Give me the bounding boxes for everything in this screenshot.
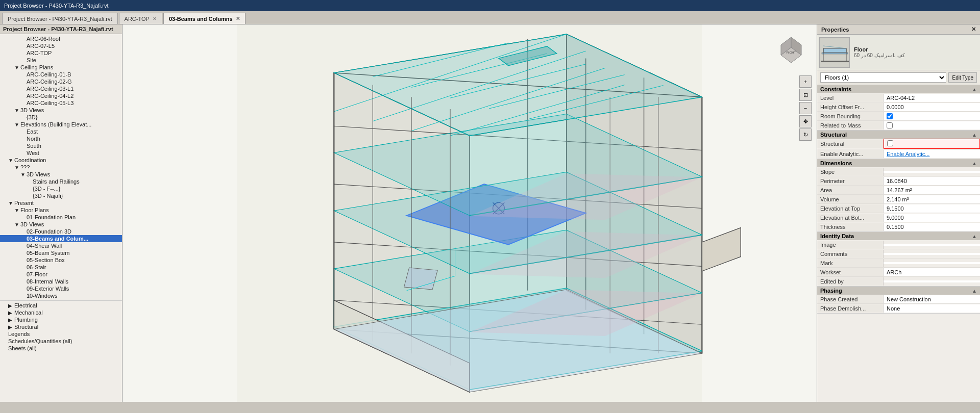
tree-item-05-beam-system[interactable]: 05-Beam System [0, 249, 122, 256]
tab-close-arc-top[interactable]: ✕ [153, 16, 157, 21]
prop-label-elevation-at-top: Elevation at Top [817, 204, 884, 213]
tree-item-3d-f[interactable]: {3D - F--...} [0, 185, 122, 192]
pan-btn[interactable]: ✥ [799, 115, 812, 127]
section-collapse-phasing[interactable]: ▲ [972, 288, 977, 294]
properties-panel: Properties ✕ Floor کف با سرامیک 60 در 60 [817, 24, 980, 402]
tree-item-plumbing[interactable]: ▶ Plumbing [0, 316, 122, 323]
tree-item-04-shear-wall[interactable]: 04-Shear Wall [0, 242, 122, 249]
tree-item-arc-ceiling-02-g[interactable]: ARC-Ceiling-02-G [0, 78, 122, 85]
view-area[interactable]: RIGHT + ⊡ − ✥ ↻ [122, 24, 817, 402]
tree-item-schedules[interactable]: Schedules/Quantities (all) [0, 338, 122, 345]
rotate-btn[interactable]: ↻ [799, 128, 812, 141]
zoom-in-btn[interactable]: + [799, 75, 812, 88]
element-type-dropdown[interactable]: Floors (1) [820, 72, 946, 83]
tree-item-09-exterior-walls[interactable]: 09-Exterior Walls [0, 285, 122, 292]
tree-item-10-windows[interactable]: 10-Windows [0, 292, 122, 299]
tree-item-ceiling-plans[interactable]: ▼ Ceiling Plans [0, 64, 122, 71]
tree-toggle[interactable]: ▼ [14, 122, 20, 127]
tree-item-07-floor[interactable]: 07-Floor [0, 271, 122, 278]
tree-item-site[interactable]: Site [0, 57, 122, 64]
tree-item-south[interactable]: South [0, 142, 122, 149]
tree-item-3d-views-arc[interactable]: ▼ 3D Views [0, 107, 122, 114]
tree-item-present[interactable]: ▼ Present [0, 199, 122, 206]
tree-item-arc-top[interactable]: ARC-TOP [0, 49, 122, 57]
tree-item-05-section-box[interactable]: 05-Section Box [0, 256, 122, 264]
prop-value-related-to-mass[interactable] [884, 121, 980, 130]
tree-item-3d-najafi[interactable]: {3D - Najafi} [0, 192, 122, 199]
tree-item-arc-ceiling-04-l2[interactable]: ARC-Ceiling-04-L2 [0, 92, 122, 99]
tree-toggle[interactable]: ▶ [8, 317, 14, 323]
tab-beams-columns[interactable]: 03-Beams and Columns ✕ [163, 13, 246, 24]
project-browser-tree[interactable]: ARC-06-Roof ARC-07-L5 ARC-TOP Site ▼ Cei… [0, 34, 122, 402]
section-collapse-identity-data[interactable]: ▲ [972, 234, 977, 239]
prop-section-header-constraints[interactable]: Constraints▲ [817, 85, 980, 93]
tree-toggle[interactable]: ▶ [8, 310, 14, 316]
prop-checkbox[interactable] [887, 122, 893, 128]
prop-checkbox-red[interactable] [887, 140, 893, 146]
tree-toggle[interactable]: ▼ [14, 165, 20, 170]
status-bar [0, 402, 980, 413]
tab-bar: Project Browser - P430-YTA-R3_Najafi.rvt… [0, 11, 980, 24]
tree-label: ARC-Ceiling-03-L1 [27, 86, 120, 92]
tree-item-floor-plans[interactable]: ▼ Floor Plans [0, 206, 122, 214]
prop-value-structural[interactable] [884, 139, 980, 149]
properties-sections: Constraints▲LevelARC-04-L2Height Offset … [817, 85, 980, 314]
prop-value-room-bounding[interactable] [884, 112, 980, 120]
prop-row-phase-demolish...: Phase Demolish...None [817, 304, 980, 313]
tree-toggle[interactable]: ▼ [14, 222, 20, 227]
section-collapse-dimensions[interactable]: ▲ [972, 161, 977, 166]
tab-arc-top[interactable]: ARC-TOP ✕ [119, 13, 162, 24]
zoom-extent-btn[interactable]: ⊡ [799, 89, 812, 101]
tree-item-legends[interactable]: Legends [0, 330, 122, 338]
prop-section-header-phasing[interactable]: Phasing▲ [817, 287, 980, 295]
prop-section-header-structural[interactable]: Structural▲ [817, 131, 980, 139]
tree-toggle[interactable]: ▶ [8, 324, 14, 330]
tree-item-qqq[interactable]: ▼ ??? [0, 164, 122, 171]
tab-close-beams-columns[interactable]: ✕ [236, 16, 240, 21]
tree-item-stairs-railings[interactable]: Stairs and Railings [0, 178, 122, 185]
section-collapse-structural[interactable]: ▲ [972, 132, 977, 138]
tree-toggle[interactable]: ▼ [8, 158, 14, 163]
prop-section-identity-data: Identity Data▲ImageCommentsMarkWorksetAR… [817, 232, 980, 287]
tree-item-02-foundation-3d[interactable]: 02-Foundation 3D [0, 228, 122, 235]
properties-collapse-icon[interactable]: ✕ [971, 26, 976, 33]
tree-item-north[interactable]: North [0, 135, 122, 142]
project-browser-panel: Project Browser - P430-YTA-R3_Najafi.rvt… [0, 24, 122, 402]
tree-item-west[interactable]: West [0, 149, 122, 157]
tree-item-coordination[interactable]: ▼ Coordination [0, 157, 122, 164]
prop-checkbox[interactable] [887, 113, 893, 119]
tree-item-elevations[interactable]: ▼ Elevations (Building Elevat... [0, 121, 122, 128]
prop-section-header-identity-data[interactable]: Identity Data▲ [817, 232, 980, 240]
tree-toggle[interactable]: ▼ [14, 65, 20, 70]
prop-section-header-dimensions[interactable]: Dimensions▲ [817, 159, 980, 167]
navigation-cube[interactable]: RIGHT [771, 30, 812, 70]
tab-project-browser[interactable]: Project Browser - P430-YTA-R3_Najafi.rvt [2, 13, 118, 24]
tree-toggle[interactable]: ▼ [8, 200, 14, 206]
tree-item-3d-views-present[interactable]: ▼ 3D Views [0, 221, 122, 228]
tree-item-electrical[interactable]: ▶ Electrical [0, 302, 122, 309]
tree-item-06-stair[interactable]: 06-Stair [0, 264, 122, 271]
tree-toggle[interactable]: ▼ [14, 108, 20, 113]
tree-item-3d[interactable]: {3D} [0, 114, 122, 121]
tree-item-arc-07-l5[interactable]: ARC-07-L5 [0, 42, 122, 49]
section-collapse-constraints[interactable]: ▲ [972, 87, 977, 92]
tree-item-arc-ceiling-03-l1[interactable]: ARC-Ceiling-03-L1 [0, 85, 122, 92]
zoom-out-btn[interactable]: − [799, 102, 812, 114]
tree-item-arc-ceiling-01-b[interactable]: ARC-Ceiling-01-B [0, 71, 122, 78]
tree-item-mechanical[interactable]: ▶ Mechanical [0, 309, 122, 316]
tree-label: Sheets (all) [8, 345, 120, 351]
tree-item-structural[interactable]: ▶ Structural [0, 323, 122, 330]
tree-item-arc-ceiling-05-l3[interactable]: ARC-Ceiling-05-L3 [0, 99, 122, 107]
edit-type-button[interactable]: Edit Type [948, 72, 977, 83]
tree-item-01-foundation-plan[interactable]: 01-Foundation Plan [0, 214, 122, 221]
tree-toggle[interactable]: ▶ [8, 303, 14, 308]
prop-value-enable-analytic...[interactable]: Enable Analytic... [884, 150, 980, 158]
tree-item-sheets[interactable]: Sheets (all) [0, 345, 122, 352]
tree-item-east[interactable]: East [0, 128, 122, 135]
tree-item-08-internal-walls[interactable]: 08-Internal Walls [0, 278, 122, 285]
tree-toggle[interactable]: ▼ [20, 172, 27, 177]
tree-item-3d-views-coord[interactable]: ▼ 3D Views [0, 171, 122, 178]
tree-item-03-beams-colum[interactable]: 03-Beams and Colum... [0, 235, 122, 242]
tree-toggle[interactable]: ▼ [14, 208, 20, 213]
tree-item-arc-06-roof[interactable]: ARC-06-Roof [0, 35, 122, 42]
